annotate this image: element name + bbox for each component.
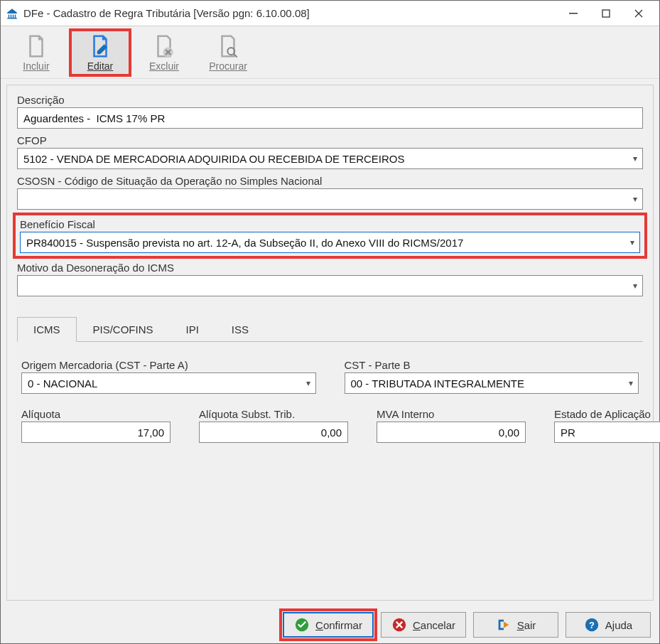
confirmar-button[interactable]: Confirmar xyxy=(283,612,374,638)
csosn-group: CSOSN - Código de Situação da Operação n… xyxy=(17,175,643,210)
beneficio-label: Benefício Fiscal xyxy=(20,218,640,230)
motivo-label: Motivo da Desoneração do ICMS xyxy=(17,262,643,274)
document-search-icon xyxy=(215,33,241,59)
minimize-button[interactable] xyxy=(557,3,590,24)
estado-group: Estado de Aplicação ▾ xyxy=(554,408,660,443)
mva-label: MVA Interno xyxy=(377,408,526,420)
document-delete-icon xyxy=(151,33,177,59)
procurar-button[interactable]: Procurar xyxy=(198,30,258,75)
close-button[interactable] xyxy=(622,3,655,24)
csosn-select[interactable] xyxy=(17,188,643,210)
descricao-label: Descrição xyxy=(17,94,643,106)
editar-label: Editar xyxy=(87,60,114,72)
cfop-label: CFOP xyxy=(17,134,643,146)
toolbar: Incluir Editar Excluir Procurar xyxy=(1,26,659,79)
incluir-button[interactable]: Incluir xyxy=(6,30,66,75)
incluir-label: Incluir xyxy=(23,60,49,72)
cstb-group: CST - Parte B ▾ xyxy=(345,359,639,394)
form-panel: Descrição CFOP ▾ CSOSN - Código de Situa… xyxy=(6,85,654,601)
tab-iss[interactable]: ISS xyxy=(215,317,265,342)
descricao-input[interactable] xyxy=(17,107,643,129)
tab-piscofins[interactable]: PIS/COFINS xyxy=(77,317,170,342)
cstb-label: CST - Parte B xyxy=(345,359,639,371)
confirmar-label: Confirmar xyxy=(315,619,362,631)
beneficio-select[interactable] xyxy=(20,232,640,253)
origem-group: Origem Mercadoria (CST - Parte A) ▾ xyxy=(21,359,316,394)
cancelar-button[interactable]: Cancelar xyxy=(381,612,466,638)
document-new-icon xyxy=(23,33,49,59)
beneficio-group: Benefício Fiscal ▾ xyxy=(13,213,647,259)
sair-label: Sair xyxy=(517,619,536,631)
cfop-group: CFOP ▾ xyxy=(17,134,643,169)
app-window: DFe - Cadastro de Regra Tributária [Vers… xyxy=(0,0,660,644)
procurar-label: Procurar xyxy=(209,60,247,72)
maximize-button[interactable] xyxy=(590,3,622,24)
aliquota-st-input[interactable] xyxy=(199,422,348,443)
motivo-select[interactable] xyxy=(17,275,643,296)
ajuda-label: Ajuda xyxy=(605,619,632,631)
title-bar: DFe - Cadastro de Regra Tributária [Vers… xyxy=(1,1,659,26)
tab-row: ICMS PIS/COFINS IPI ISS xyxy=(17,316,643,342)
aliquota-st-label: Alíquota Subst. Trib. xyxy=(199,408,348,420)
excluir-label: Excluir xyxy=(149,60,179,72)
aliquota-group: Alíquota xyxy=(21,408,171,443)
mva-input[interactable] xyxy=(377,422,526,443)
document-edit-icon xyxy=(87,33,113,59)
svg-rect-0 xyxy=(569,13,578,14)
tab-body-icms: Origem Mercadoria (CST - Parte A) ▾ CST … xyxy=(17,342,643,461)
csosn-label: CSOSN - Código de Situação da Operação n… xyxy=(17,175,643,187)
aliquota-input[interactable] xyxy=(21,422,171,443)
excluir-button[interactable]: Excluir xyxy=(134,30,194,75)
exit-icon xyxy=(496,617,512,633)
ajuda-button[interactable]: ? Ajuda xyxy=(566,612,651,638)
motivo-group: Motivo da Desoneração do ICMS ▾ xyxy=(17,262,643,296)
app-icon xyxy=(5,6,19,21)
help-circle-icon: ? xyxy=(584,617,600,633)
cancel-circle-icon xyxy=(391,617,407,633)
descricao-group: Descrição xyxy=(17,94,643,129)
cancelar-label: Cancelar xyxy=(413,619,455,631)
editar-button[interactable]: Editar xyxy=(70,30,130,75)
origem-label: Origem Mercadoria (CST - Parte A) xyxy=(21,359,316,371)
cstb-select[interactable] xyxy=(345,372,639,394)
estado-label: Estado de Aplicação xyxy=(554,408,660,420)
tax-tabs: ICMS PIS/COFINS IPI ISS Origem Mercadori… xyxy=(17,316,643,461)
aliquota-st-group: Alíquota Subst. Trib. xyxy=(199,408,348,443)
origem-select[interactable] xyxy=(21,372,316,394)
aliquota-label: Alíquota xyxy=(21,408,171,420)
check-circle-icon xyxy=(294,617,310,633)
cfop-select[interactable] xyxy=(17,148,643,169)
tab-icms[interactable]: ICMS xyxy=(17,317,77,342)
footer-bar: Confirmar Cancelar Sair ? Ajuda xyxy=(1,606,659,643)
estado-select[interactable] xyxy=(554,422,660,443)
mva-group: MVA Interno xyxy=(377,408,526,443)
svg-text:?: ? xyxy=(589,620,595,630)
window-title: DFe - Cadastro de Regra Tributária [Vers… xyxy=(23,7,557,19)
sair-button[interactable]: Sair xyxy=(473,612,558,638)
tab-ipi[interactable]: IPI xyxy=(170,317,215,342)
svg-rect-1 xyxy=(602,10,610,17)
